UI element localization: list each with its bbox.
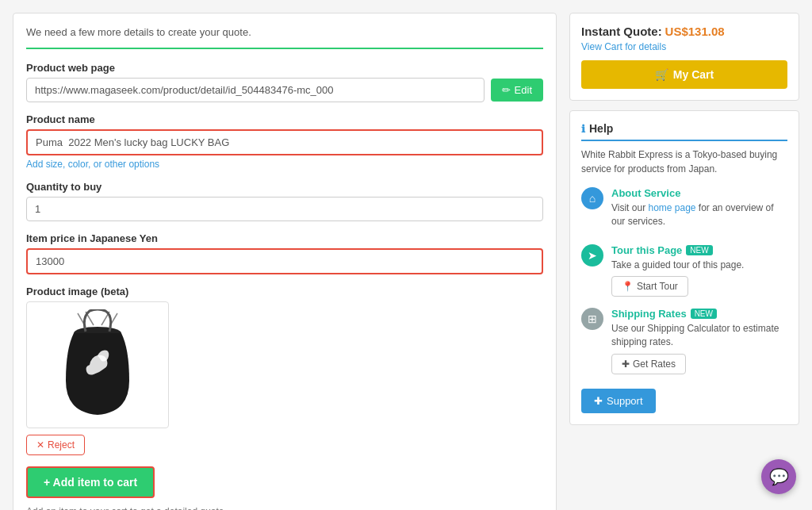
product-image-label: Product image (beta) — [26, 286, 543, 297]
price-group: Item price in Japanese Yen — [26, 232, 543, 274]
cart-icon: 🛒 — [655, 68, 668, 81]
help-title-text: Help — [589, 122, 613, 135]
support-icon: ✚ — [594, 395, 603, 407]
product-webpage-label: Product web page — [26, 62, 543, 74]
shipping-title-row: Shipping Rates NEW — [611, 308, 787, 320]
tour-new-badge: NEW — [686, 245, 712, 255]
tour-title-text: Tour this Page — [611, 244, 682, 256]
product-url-input[interactable] — [26, 78, 485, 102]
home-page-link[interactable]: home page — [648, 202, 695, 213]
start-tour-button[interactable]: 📍 Start Tour — [611, 276, 688, 297]
shipping-desc: Use our Shipping Calculator to estimate … — [611, 322, 787, 349]
support-button[interactable]: ✚ Support — [581, 389, 656, 413]
about-service-desc: Visit our home page for an overview of o… — [611, 201, 787, 228]
tour-content: Tour this Page NEW Take a guided tour of… — [611, 244, 787, 297]
main-panel: We need a few more details to create you… — [13, 13, 557, 510]
start-tour-label: Start Tour — [637, 281, 678, 292]
chat-bubble[interactable]: 💬 — [761, 459, 796, 494]
quote-title: Instant Quote: — [581, 25, 662, 38]
about-service-title: About Service — [611, 187, 787, 199]
help-description: White Rabbit Express is a Tokyo-based bu… — [581, 148, 787, 176]
support-label: Support — [607, 395, 643, 407]
add-item-label: + Add item to cart — [44, 476, 137, 489]
about-service-content: About Service Visit our home page for an… — [611, 187, 787, 233]
reject-button[interactable]: ✕ Reject — [26, 435, 85, 455]
help-title: ℹ Help — [581, 122, 787, 141]
price-input[interactable] — [26, 248, 543, 274]
get-rates-label: Get Rates — [633, 359, 676, 370]
tour-title-row: Tour this Page NEW — [611, 244, 787, 256]
pin-icon: 📍 — [622, 281, 634, 292]
options-link[interactable]: Add size, color, or other options — [26, 159, 159, 170]
product-name-input[interactable] — [26, 129, 543, 155]
chat-icon: 💬 — [769, 467, 789, 486]
my-cart-label: My Cart — [673, 68, 714, 81]
quote-box: Instant Quote: US$131.08 View Cart for d… — [569, 13, 799, 101]
shipping-rates-item: ⊞ Shipping Rates NEW Use our Shipping Ca… — [581, 308, 787, 374]
sidebar: Instant Quote: US$131.08 View Cart for d… — [569, 13, 799, 510]
tour-page-item: ➤ Tour this Page NEW Take a guided tour … — [581, 244, 787, 297]
product-image — [50, 309, 145, 420]
quantity-label: Quantity to buy — [26, 181, 543, 193]
quantity-group: Quantity to buy — [26, 181, 543, 221]
product-image-box — [26, 301, 169, 428]
product-url-row: ✏ Edit — [26, 78, 543, 102]
edit-label: Edit — [515, 84, 532, 96]
help-box: ℹ Help White Rabbit Express is a Tokyo-b… — [569, 110, 799, 425]
get-rates-button[interactable]: ✚ Get Rates — [611, 354, 686, 374]
shipping-content: Shipping Rates NEW Use our Shipping Calc… — [611, 308, 787, 374]
price-label: Item price in Japanese Yen — [26, 232, 543, 244]
plus-icon: ✚ — [622, 359, 630, 370]
reject-label: Reject — [48, 439, 75, 451]
shipping-icon: ⊞ — [581, 308, 603, 330]
product-image-group: Product image (beta) — [26, 286, 543, 455]
product-webpage-group: Product web page ✏ Edit — [26, 62, 543, 102]
product-name-label: Product name — [26, 113, 543, 125]
about-service-title-text: About Service — [611, 187, 680, 199]
home-icon: ⌂ — [581, 187, 603, 209]
quote-header: Instant Quote: US$131.08 — [581, 25, 787, 38]
about-service-item: ⌂ About Service Visit our home page for … — [581, 187, 787, 233]
edit-button[interactable]: ✏ Edit — [491, 79, 543, 102]
shipping-new-badge: NEW — [691, 309, 717, 319]
add-item-note: Add an item to your cart to get a detail… — [26, 506, 543, 510]
tour-desc: Take a guided tour of this page. — [611, 259, 787, 272]
quote-amount: US$131.08 — [665, 25, 725, 38]
shipping-title-text: Shipping Rates — [611, 308, 687, 320]
add-item-button[interactable]: + Add item to cart — [26, 466, 155, 498]
intro-text: We need a few more details to create you… — [26, 26, 543, 49]
cart-link[interactable]: View Cart for details — [581, 41, 787, 52]
info-icon: ℹ — [581, 123, 585, 135]
about-pre: Visit our — [611, 202, 648, 213]
my-cart-button[interactable]: 🛒 My Cart — [581, 60, 787, 89]
product-name-group: Product name Add size, color, or other o… — [26, 113, 543, 170]
pencil-icon: ✏ — [502, 84, 511, 96]
x-icon: ✕ — [36, 439, 44, 451]
quantity-input[interactable] — [26, 197, 543, 221]
tour-icon: ➤ — [581, 244, 603, 267]
